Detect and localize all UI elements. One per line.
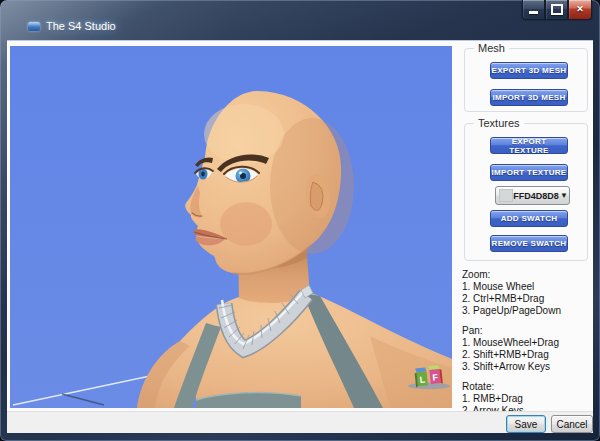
swatch-dropdown[interactable]: FFD4D8D8 ▼ [495, 186, 570, 205]
help-section-pan: Pan: 1. MouseWheel+Drag 2. Shift+RMB+Dra… [462, 325, 594, 373]
controls-help: Zoom: 1. Mouse Wheel 2. Ctrl+RMB+Drag 3.… [462, 269, 594, 425]
cancel-button[interactable]: Cancel [551, 415, 593, 433]
import-texture-button[interactable]: IMPORT TEXTURE [490, 164, 568, 181]
help-line: 2. Shift+RMB+Drag [462, 349, 594, 361]
viewport-scene: L F [10, 46, 452, 408]
help-title: Pan: [462, 325, 594, 337]
maximize-icon [551, 4, 563, 15]
minimize-icon [529, 11, 538, 14]
titlebar[interactable]: The S4 Studio ✕ [0, 0, 600, 40]
help-line: 2. Ctrl+RMB+Drag [462, 293, 594, 305]
window-title: The S4 Studio [46, 20, 116, 32]
export-texture-button[interactable]: EXPORT TEXTURE [490, 137, 568, 154]
minimize-button[interactable] [522, 0, 545, 20]
help-title: Zoom: [462, 269, 594, 281]
import-3d-mesh-button[interactable]: IMPORT 3D MESH [490, 89, 568, 106]
close-button[interactable]: ✕ [568, 0, 592, 20]
swatch-color-preview [499, 189, 513, 202]
textures-group-label: Textures [474, 117, 524, 129]
mesh-group-label: Mesh [474, 42, 509, 54]
app-icon [28, 22, 40, 31]
remove-swatch-button[interactable]: REMOVE SWATCH [490, 235, 568, 252]
help-line: 3. PageUp/PageDown [462, 305, 594, 317]
add-swatch-button[interactable]: ADD SWATCH [490, 210, 568, 227]
help-line: 1. RMB+Drag [462, 393, 594, 405]
client-area: L F Mesh EXPORT 3D MESH IMPORT 3D MESH T… [7, 40, 593, 433]
help-title: Rotate: [462, 381, 594, 393]
window-controls: ✕ [522, 0, 592, 19]
app-window: The S4 Studio ✕ [0, 0, 600, 441]
export-3d-mesh-button[interactable]: EXPORT 3D MESH [490, 62, 568, 79]
maximize-button[interactable] [545, 0, 568, 20]
swatch-dropdown-value: FFD4D8D8 [513, 191, 559, 201]
footer-bar: Save Cancel [7, 411, 593, 433]
help-line: 1. MouseWheel+Drag [462, 337, 594, 349]
dropdown-arrow-icon: ▼ [559, 191, 569, 200]
close-icon: ✕ [576, 5, 584, 14]
save-button[interactable]: Save [506, 415, 546, 433]
help-section-zoom: Zoom: 1. Mouse Wheel 2. Ctrl+RMB+Drag 3.… [462, 269, 594, 317]
help-line: 1. Mouse Wheel [462, 281, 594, 293]
3d-viewport[interactable]: L F [10, 46, 452, 408]
help-line: 3. Shift+Arrow Keys [462, 361, 594, 373]
